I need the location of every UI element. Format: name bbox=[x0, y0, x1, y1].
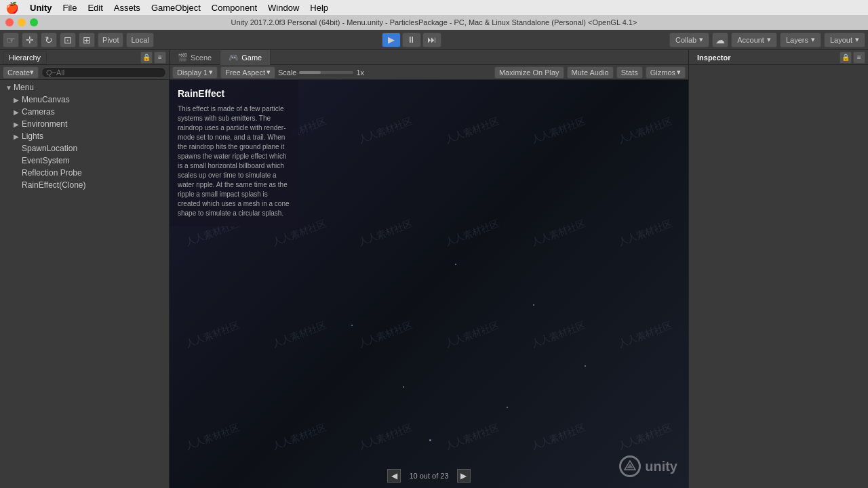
inspector-menu-icon[interactable]: ≡ bbox=[853, 52, 865, 64]
mute-audio-button[interactable]: Mute Audio bbox=[567, 66, 614, 79]
no-expand-icon: ▶ bbox=[14, 145, 22, 152]
inspector-icons: 🔒 ≡ bbox=[840, 52, 865, 64]
hierarchy-item-menu[interactable]: ▼ Menu bbox=[0, 81, 169, 94]
hierarchy-item-menucanvas[interactable]: ▶ MenuCanvas bbox=[0, 94, 169, 106]
unity-logo-icon bbox=[619, 455, 641, 477]
scale-tool[interactable]: ⊡ bbox=[60, 33, 76, 47]
hierarchy-item-label: Reflection Probe bbox=[22, 168, 82, 178]
hierarchy-item-label: Menu bbox=[14, 83, 34, 92]
hierarchy-item-label: Cameras bbox=[22, 107, 55, 117]
game-toolbar-right: Maximize On Play Mute Audio Stats Gizmos… bbox=[494, 66, 686, 79]
hierarchy-search-input[interactable] bbox=[41, 67, 166, 78]
aspect-button[interactable]: Free Aspect ▾ bbox=[220, 66, 275, 79]
minimize-button[interactable] bbox=[18, 18, 26, 26]
expand-arrow-icon: ▶ bbox=[14, 133, 22, 140]
scale-slider[interactable] bbox=[299, 71, 353, 74]
unity-text: unity bbox=[645, 459, 677, 474]
game-toolbar: Display 1 ▾ Free Aspect ▾ Scale 1x Maxim… bbox=[170, 65, 688, 80]
scale-control: Scale 1x bbox=[278, 68, 364, 77]
hierarchy-content: ▼ Menu ▶ MenuCanvas ▶ Cameras ▶ Environm… bbox=[0, 80, 169, 488]
game-tab[interactable]: 🎮 Game bbox=[220, 50, 271, 65]
scene-game-tabs: 🎬 Scene 🎮 Game bbox=[170, 50, 688, 65]
center-panel: 🎬 Scene 🎮 Game Display 1 ▾ Free Aspect ▾… bbox=[170, 50, 688, 488]
pivot-label: Pivot bbox=[102, 36, 119, 44]
rect-tool[interactable]: ⊞ bbox=[79, 33, 95, 47]
hierarchy-item-label: Environment bbox=[22, 119, 67, 129]
hierarchy-panel: Hierarchy 🔒 ≡ Create ▾ ▼ Menu ▶ MenuCanv… bbox=[0, 50, 170, 488]
play-controls: ▶ ⏸ ⏭ bbox=[382, 33, 441, 47]
help-menu[interactable]: Help bbox=[310, 3, 328, 13]
traffic-lights bbox=[5, 18, 38, 26]
display-button[interactable]: Display 1 ▾ bbox=[172, 66, 218, 79]
hierarchy-item-label: MenuCanvas bbox=[22, 95, 70, 104]
hierarchy-item-environment[interactable]: ▶ Environment bbox=[0, 118, 169, 130]
layers-button[interactable]: Layers ▾ bbox=[780, 33, 821, 47]
hand-tool[interactable]: ☞ bbox=[3, 33, 19, 47]
hierarchy-item-label: EventSystem bbox=[22, 156, 70, 165]
window-menu[interactable]: Window bbox=[268, 3, 299, 13]
hierarchy-item-cameras[interactable]: ▶ Cameras bbox=[0, 106, 169, 118]
unity-logo-watermark: unity bbox=[619, 455, 677, 477]
hierarchy-create-button[interactable]: Create ▾ bbox=[3, 66, 39, 79]
collab-label: Collab bbox=[675, 36, 696, 44]
prev-page-button[interactable]: ◀ bbox=[387, 469, 401, 483]
hierarchy-item-label: Lights bbox=[22, 131, 43, 141]
component-menu[interactable]: Component bbox=[212, 3, 257, 13]
unity-menu[interactable]: Unity bbox=[30, 3, 52, 13]
display-label: Display 1 bbox=[177, 68, 208, 77]
edit-menu[interactable]: Edit bbox=[87, 3, 102, 13]
hierarchy-item-lights[interactable]: ▶ Lights bbox=[0, 130, 169, 142]
hierarchy-menu-icon[interactable]: ≡ bbox=[154, 52, 166, 64]
game-view[interactable]: 人人素材社区 人人素材社区 人人素材社区 人人素材社区 人人素材社区 人人素材社… bbox=[170, 80, 688, 488]
titlebar: Unity 2017.2.0f3 Personal (64bit) - Menu… bbox=[0, 15, 868, 30]
hierarchy-item-label: SpawnLocation bbox=[22, 144, 77, 153]
collab-button[interactable]: Collab ▾ bbox=[669, 33, 709, 47]
play-button[interactable]: ▶ bbox=[382, 33, 401, 47]
rotate-tool[interactable]: ↻ bbox=[41, 33, 57, 47]
hierarchy-lock-icon[interactable]: 🔒 bbox=[140, 52, 153, 64]
game-icon: 🎮 bbox=[229, 53, 239, 62]
expand-arrow-icon: ▶ bbox=[14, 108, 22, 116]
inspector-content bbox=[689, 65, 868, 488]
window-title: Unity 2017.2.0f3 Personal (64bit) - Menu… bbox=[231, 18, 637, 26]
inspector-tab-label: Inspector bbox=[697, 54, 731, 62]
layers-label: Layers bbox=[786, 36, 808, 44]
maximize-play-button[interactable]: Maximize On Play bbox=[494, 66, 564, 79]
file-menu[interactable]: File bbox=[63, 3, 77, 13]
inspector-tab[interactable]: Inspector bbox=[692, 51, 736, 64]
game-pagination: ◀ 10 out of 23 ▶ bbox=[170, 469, 688, 483]
hierarchy-item-reflection-probe[interactable]: ▶ Reflection Probe bbox=[0, 167, 169, 179]
no-expand-icon: ▶ bbox=[14, 157, 22, 165]
gizmos-button[interactable]: Gizmos ▾ bbox=[646, 66, 686, 79]
scale-fill bbox=[299, 71, 321, 74]
hierarchy-item-eventsystem[interactable]: ▶ EventSystem bbox=[0, 155, 169, 167]
maximize-button[interactable] bbox=[30, 18, 38, 26]
scale-value: 1x bbox=[356, 68, 364, 77]
close-button[interactable] bbox=[5, 18, 14, 26]
rain-info-box: RainEffect This effect is made of a few … bbox=[170, 80, 298, 226]
hierarchy-tab[interactable]: Hierarchy bbox=[3, 51, 47, 64]
assets-menu[interactable]: Assets bbox=[114, 3, 140, 13]
account-button[interactable]: Account ▾ bbox=[731, 33, 777, 47]
local-label: Local bbox=[131, 36, 149, 44]
hierarchy-item-raineffect[interactable]: ▶ RainEffect(Clone) bbox=[0, 179, 169, 191]
stats-button[interactable]: Stats bbox=[616, 66, 643, 79]
scene-icon: 🎬 bbox=[178, 53, 188, 62]
move-tool[interactable]: ✛ bbox=[22, 33, 38, 47]
scene-tab[interactable]: 🎬 Scene bbox=[170, 50, 220, 65]
layout-label: Layout bbox=[830, 36, 852, 44]
expand-arrow-icon: ▼ bbox=[5, 84, 14, 92]
rain-effect-title: RainEffect bbox=[178, 88, 290, 99]
hierarchy-item-spawnlocation[interactable]: ▶ SpawnLocation bbox=[0, 142, 169, 155]
account-label: Account bbox=[737, 36, 764, 44]
local-button[interactable]: Local bbox=[126, 33, 153, 47]
gameobject-menu[interactable]: GameObject bbox=[151, 3, 201, 13]
pivot-button[interactable]: Pivot bbox=[98, 33, 123, 47]
cloud-button[interactable]: ☁ bbox=[712, 33, 728, 47]
layout-button[interactable]: Layout ▾ bbox=[824, 33, 865, 47]
step-button[interactable]: ⏭ bbox=[422, 33, 441, 47]
apple-menu[interactable]: 🍎 bbox=[5, 1, 19, 14]
next-page-button[interactable]: ▶ bbox=[457, 469, 471, 483]
inspector-lock-icon[interactable]: 🔒 bbox=[840, 52, 852, 64]
pause-button[interactable]: ⏸ bbox=[402, 33, 421, 47]
